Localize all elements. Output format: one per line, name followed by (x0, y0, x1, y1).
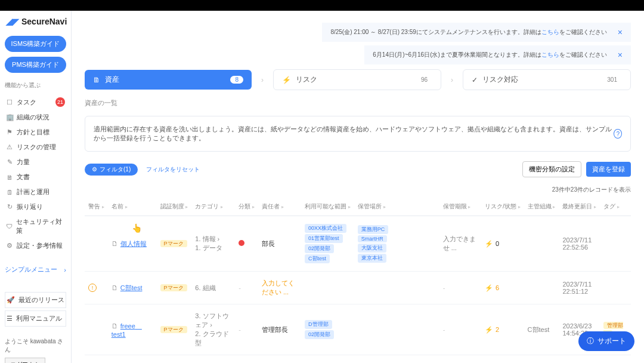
tab-label: 資産 (105, 75, 119, 85)
filter-icon: ⚙ (92, 166, 97, 173)
bolt-icon: ⚡ (485, 326, 493, 333)
manual-link[interactable]: ☰利用マニュアル (5, 310, 66, 327)
nav-label: 設定・参考情報 (17, 241, 63, 250)
column-header[interactable]: 保管期限 ▸ (439, 198, 481, 216)
nav-icon: ↻ (6, 203, 13, 211)
cert-badge: Pマーク (160, 326, 187, 333)
pms-guide-button[interactable]: PMS構築ガイド (5, 57, 66, 73)
support-icon: ⓘ (587, 336, 594, 346)
sidebar-item-0[interactable]: ☐タスク21 (5, 94, 66, 110)
tag[interactable]: D管理部 (305, 320, 332, 329)
close-icon[interactable]: × (618, 50, 623, 60)
isms-guide-button[interactable]: ISMS構築ガイド (5, 36, 66, 52)
column-header[interactable]: カテゴリ ▸ (191, 198, 235, 216)
category-settings-button[interactable]: 機密分類の設定 (522, 161, 581, 177)
nav-label: セキュリティ対策 (16, 217, 65, 235)
column-header[interactable]: 分類 ▸ (235, 198, 258, 216)
sort-icon: ▸ (221, 204, 223, 210)
sort-icon: ▸ (125, 204, 128, 210)
sidebar-item-2[interactable]: ⚑方針と目標 (5, 125, 66, 140)
sort-icon: ▸ (468, 204, 470, 210)
nav-label: 計画と運用 (17, 187, 49, 196)
register-asset-button[interactable]: 資産を登録 (586, 162, 631, 177)
tab-資産[interactable]: 🗎資産8 (85, 70, 252, 90)
tag[interactable]: 東京本社 (358, 254, 386, 263)
table-row: 🗋freee test1 Pマーク 3. ソフトウェア › 2. クラウド型 -… (85, 304, 631, 355)
sort-icon: ▸ (281, 204, 284, 210)
column-header[interactable]: 利用可能な範囲 ▸ (301, 198, 354, 216)
nav-label: 文書 (17, 173, 30, 182)
nav-label: リスクの管理 (17, 143, 56, 152)
asset-name-link[interactable]: 個人情報 (120, 240, 147, 247)
support-fab[interactable]: ⓘサポート (578, 331, 634, 351)
asset-name-link[interactable]: C部test (120, 284, 143, 291)
column-header[interactable]: 警告 ▸ (85, 198, 108, 216)
nav-label: 振り返り (17, 202, 43, 211)
warning-icon: ! (88, 284, 97, 292)
notice-link[interactable]: こちら (541, 29, 559, 35)
close-icon[interactable]: × (618, 27, 623, 37)
tag[interactable]: 01営業部test (305, 234, 343, 243)
sidebar-item-8[interactable]: 🛡セキュリティ対策 (5, 214, 66, 238)
tab-icon: ⚡ (282, 76, 291, 84)
nav-icon: ⚑ (6, 128, 13, 136)
sidebar-item-1[interactable]: 🏢組織の状況 (5, 110, 66, 125)
filter-button[interactable]: ⚙フィルタ(1) (85, 164, 138, 176)
sidebar-item-9[interactable]: ⚙設定・参考情報 (5, 238, 66, 253)
tab-リスク[interactable]: ⚡リスク96 (273, 69, 441, 90)
filter-reset-link[interactable]: フィルタをリセット (146, 165, 200, 174)
notice-link[interactable]: こちら (541, 51, 559, 58)
sidebar-item-7[interactable]: ↻振り返り (5, 199, 66, 214)
nav-icon: 🗎 (6, 174, 13, 181)
sort-icon: ▸ (553, 204, 555, 210)
column-header[interactable]: 保管場所 ▸ (354, 198, 439, 216)
nav-icon: 🏢 (6, 113, 13, 121)
nav-label: 方針と目標 (17, 128, 49, 137)
sidebar-item-4[interactable]: ✎力量 (5, 155, 66, 170)
tab-count: 96 (416, 76, 432, 84)
chevron-right-icon: › (64, 266, 66, 273)
bolt-icon: ⚡ (485, 284, 493, 291)
tag[interactable]: SmartHR (358, 235, 387, 242)
column-header[interactable]: 認証制度 ▸ (157, 198, 192, 216)
nav-icon: ☐ (6, 99, 13, 106)
simple-menu-toggle[interactable]: シンプルメニュー› (5, 265, 66, 274)
tag[interactable]: 02開発部 (305, 330, 334, 339)
tag[interactable]: 大阪支社 (358, 244, 386, 253)
user-greeting: ようこそ kawabata さん (5, 337, 66, 354)
column-header[interactable]: タグ ▸ (600, 198, 631, 216)
column-header[interactable]: 主管組織 ▸ (524, 198, 559, 216)
asset-table: 警告 ▸名前 ▸認証制度 ▸カテゴリ ▸分類 ▸責任者 ▸利用可能な範囲 ▸保管… (85, 198, 631, 363)
tag[interactable]: 業務用PC (358, 225, 389, 234)
tag[interactable]: 00XX株式会社 (305, 224, 346, 233)
brand-logo: ◢◤ SecureNavi (5, 17, 66, 26)
sidebar-item-5[interactable]: 🗎文書 (5, 170, 66, 184)
help-icon[interactable]: ? (614, 129, 622, 139)
tag[interactable]: C部test (305, 254, 330, 263)
sidebar-item-3[interactable]: ⚠リスクの管理 (5, 140, 66, 155)
column-header[interactable]: 最終更新日 ▸ (559, 198, 600, 216)
column-header[interactable]: 責任者 ▸ (258, 198, 301, 216)
table-row: 🗋V2移行リリーステスト Pマーク 1. 情報 › 1. データ m.araki… (85, 355, 631, 364)
dot-icon (239, 240, 244, 246)
badge: 21 (55, 97, 65, 107)
tab-リスク対応[interactable]: ✓リスク対応301 (463, 69, 631, 90)
nav-icon: 🗓 (6, 189, 13, 196)
sidebar-item-6[interactable]: 🗓計画と運用 (5, 184, 66, 199)
book-icon: ☰ (7, 315, 13, 322)
logout-button[interactable]: ログアウト (5, 358, 45, 363)
sidebar: ◢◤ SecureNavi ISMS構築ガイド PMS構築ガイド 機能から選ぶ … (0, 11, 72, 363)
tab-icon: ✓ (472, 76, 478, 84)
nav-section-label: 機能から選ぶ (5, 81, 66, 90)
bolt-icon: ⚡ (485, 240, 493, 247)
info-banner: 適用範囲内に存在する資産を洗い出しましょう。資産には、紙やデータなどの情報資産を… (85, 116, 631, 152)
nav-icon: ⚙ (6, 242, 13, 250)
chevron-right-icon: › (450, 76, 454, 84)
column-header[interactable]: リスク/状態 ▸ (481, 198, 524, 216)
table-row: 🗋個人情報👆 Pマーク 1. 情報 › 1. データ 部長 00XX株式会社01… (85, 216, 631, 272)
notice-banner: 8/25(金) 21:00 ～ 8/27(日) 23:59にてシステムメンテナン… (322, 23, 631, 42)
doc-icon: 🗋 (112, 240, 118, 247)
column-header[interactable]: 名前 ▸ (108, 198, 157, 216)
tag[interactable]: 02開発部 (305, 244, 334, 253)
recent-release-link[interactable]: 🚀最近のリリース (5, 292, 66, 308)
